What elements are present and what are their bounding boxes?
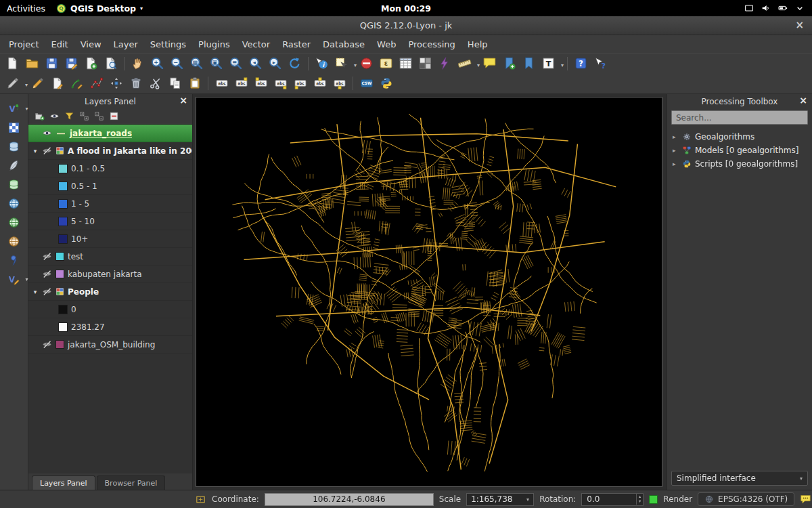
menu-raster[interactable]: Raster xyxy=(276,37,317,51)
add-wms-layer-button[interactable] xyxy=(6,196,22,211)
menu-vector[interactable]: Vector xyxy=(236,37,276,51)
expander-icon[interactable]: ▸ xyxy=(673,147,679,154)
delete-selected-button[interactable] xyxy=(127,75,145,92)
chevron-down-icon[interactable]: ▾ xyxy=(477,62,480,68)
layer-item[interactable]: jakarta_OSM_building xyxy=(28,336,192,354)
collapse-all-button[interactable] xyxy=(94,111,104,121)
window-selector-icon[interactable] xyxy=(744,3,754,14)
cut-features-button[interactable] xyxy=(146,75,164,92)
layer-hidden-eye-icon[interactable] xyxy=(42,269,52,279)
add-group-button[interactable] xyxy=(35,111,45,121)
composer-manager-button[interactable] xyxy=(102,55,120,72)
messages-button[interactable] xyxy=(800,492,811,506)
processing-group[interactable]: ▸Models [0 geoalgorithms] xyxy=(667,144,812,157)
layer-item[interactable]: jakarta_roads xyxy=(28,125,192,142)
copy-features-button[interactable] xyxy=(166,75,184,92)
field-calculator-button[interactable] xyxy=(416,55,434,72)
menu-plugins[interactable]: Plugins xyxy=(192,37,236,51)
zoom-out-button[interactable]: − xyxy=(168,55,186,72)
help-contents-button[interactable]: ? xyxy=(572,55,590,72)
layer-visible-eye-icon[interactable] xyxy=(42,128,52,138)
rotate-label-button[interactable]: abc xyxy=(291,75,309,92)
open-project-button[interactable] xyxy=(23,55,41,72)
menu-web[interactable]: Web xyxy=(371,37,402,51)
menu-layer[interactable]: Layer xyxy=(108,37,144,51)
menu-edit[interactable]: Edit xyxy=(45,37,74,51)
battery-icon[interactable] xyxy=(777,3,788,14)
current-edits-button[interactable]: ▾ xyxy=(3,75,22,92)
pan-map-button[interactable] xyxy=(129,55,147,72)
legend-item[interactable]: 0.1 - 0.5 xyxy=(28,160,192,177)
highlight-pinned-labels-button[interactable]: abc xyxy=(252,75,270,92)
zoom-full-button[interactable]: ▦ xyxy=(187,55,206,72)
expand-all-button[interactable] xyxy=(79,111,89,121)
menu-help[interactable]: Help xyxy=(461,37,494,51)
measure-line-button[interactable]: ▾ xyxy=(455,55,474,72)
remove-layer-button[interactable] xyxy=(109,111,119,121)
layer-hidden-eye-icon[interactable] xyxy=(42,339,52,350)
chevron-down-icon[interactable]: ▾ xyxy=(561,62,564,68)
window-titlebar[interactable]: QGIS 2.12.0-Lyon - jk × xyxy=(0,16,812,35)
csw-metasearch-button[interactable]: CSW xyxy=(357,75,376,92)
expander-icon[interactable]: ▸ xyxy=(673,133,679,140)
window-close-button[interactable]: × xyxy=(795,19,804,31)
save-layer-edits-button[interactable] xyxy=(48,75,66,92)
processing-search-input[interactable] xyxy=(671,110,808,125)
activities-button[interactable]: Activities xyxy=(7,3,45,14)
coordinate-input[interactable]: 106.7224,-6.0846 xyxy=(265,493,434,506)
new-shapefile-layer-button[interactable]: V▾ xyxy=(6,272,22,287)
add-vector-layer-button[interactable]: V▾ xyxy=(6,101,22,116)
new-project-button[interactable] xyxy=(3,55,22,72)
tab-layers-panel[interactable]: Layers Panel xyxy=(32,475,95,490)
crs-button[interactable]: EPSG:4326 (OTF) xyxy=(698,492,794,506)
identify-features-button[interactable]: i xyxy=(313,55,331,72)
tab-browser-panel[interactable]: Browser Panel xyxy=(97,475,166,490)
move-feature-button[interactable] xyxy=(107,75,125,92)
expander-icon[interactable]: ▸ xyxy=(673,161,679,167)
user-menu-chevron-icon[interactable] xyxy=(794,3,805,14)
open-attribute-table-button[interactable] xyxy=(397,55,415,72)
node-tool-button[interactable] xyxy=(87,75,106,92)
processing-panel-header[interactable]: Processing Toolbox × xyxy=(667,94,812,108)
add-mssql-layer-button[interactable] xyxy=(6,177,22,192)
legend-item[interactable]: 2381.27 xyxy=(28,318,192,336)
select-by-expression-button[interactable]: ε xyxy=(377,55,395,72)
add-wfs-layer-button[interactable] xyxy=(6,234,22,249)
change-label-properties-button[interactable]: abc xyxy=(330,75,348,92)
rotation-spinner[interactable]: 0.0 ▴▾ xyxy=(581,493,644,506)
scale-select[interactable]: 1:165,738 ▾ xyxy=(466,493,534,506)
refresh-map-button[interactable] xyxy=(286,55,304,72)
new-bookmark-button[interactable] xyxy=(500,55,518,72)
legend-item[interactable]: 1 - 5 xyxy=(28,195,192,213)
show-bookmarks-button[interactable] xyxy=(520,55,538,72)
legend-item[interactable]: 0 xyxy=(28,301,192,318)
processing-group[interactable]: ▸Scripts [0 geoalgorithms] xyxy=(667,157,812,171)
spinner-arrows-icon[interactable]: ▴▾ xyxy=(636,494,643,505)
map-canvas[interactable] xyxy=(196,97,662,487)
layer-hidden-eye-icon[interactable] xyxy=(42,146,52,156)
python-console-button[interactable] xyxy=(377,75,395,92)
add-wcs-layer-button[interactable] xyxy=(6,215,22,230)
volume-icon[interactable] xyxy=(761,3,771,14)
pin-unpin-labels-button[interactable]: abc xyxy=(232,75,250,92)
add-delimited-text-layer-button[interactable] xyxy=(6,253,22,268)
zoom-last-button[interactable]: ◂ xyxy=(246,55,265,72)
map-tips-button[interactable] xyxy=(480,55,499,72)
legend-item[interactable]: 5 - 10 xyxy=(28,213,192,230)
add-feature-button[interactable] xyxy=(68,75,86,92)
layer-hidden-eye-icon[interactable] xyxy=(42,287,52,297)
chevron-down-icon[interactable]: ▾ xyxy=(25,276,28,282)
expander-icon[interactable]: ▾ xyxy=(32,289,39,295)
legend-item[interactable]: 10+ xyxy=(28,230,192,248)
zoom-to-selection-button[interactable]: ▣ xyxy=(207,55,225,72)
render-checkbox[interactable] xyxy=(649,495,658,504)
run-feature-action-button[interactable] xyxy=(436,55,454,72)
menu-view[interactable]: View xyxy=(74,37,108,51)
layer-item[interactable]: test xyxy=(28,248,192,266)
deselect-features-button[interactable] xyxy=(357,55,376,72)
zoom-next-button[interactable]: ▸ xyxy=(266,55,284,72)
layers-panel-close-button[interactable]: × xyxy=(179,95,187,106)
layer-item[interactable]: kabupaten jakarta xyxy=(28,266,192,283)
layer-item[interactable]: ▾A flood in Jakarta like in 2007 xyxy=(28,142,192,160)
show-hide-labels-button[interactable]: abc xyxy=(311,75,329,92)
